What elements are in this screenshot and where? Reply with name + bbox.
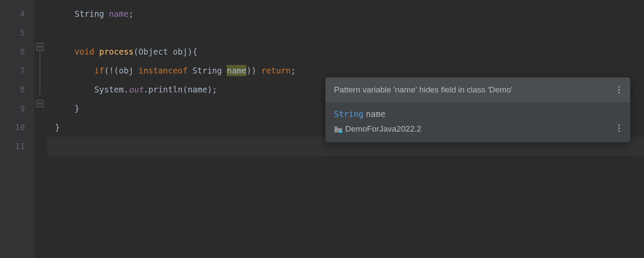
tooltip-header: Pattern variable 'name' hides field in c… bbox=[325, 77, 630, 102]
line-number[interactable]: 7 bbox=[0, 61, 34, 80]
type-token: String bbox=[192, 66, 222, 75]
line-number-gutter: 4 5 6 7 8 9 10 11 bbox=[0, 0, 34, 258]
more-actions-icon[interactable] bbox=[617, 123, 622, 134]
inspection-tooltip: Pattern variable 'name' hides field in c… bbox=[325, 77, 630, 142]
module-icon bbox=[334, 125, 343, 133]
line-number[interactable]: 5 bbox=[0, 23, 34, 42]
ident-token: obj bbox=[119, 66, 134, 75]
indent bbox=[55, 47, 75, 56]
declaration-type: String bbox=[334, 109, 364, 119]
punct-token: ; bbox=[129, 9, 134, 18]
method-call-token: println bbox=[148, 85, 182, 94]
field-token: name bbox=[109, 9, 129, 18]
punct-token: ( bbox=[134, 47, 138, 56]
method-token: process bbox=[99, 47, 134, 56]
type-token: Object bbox=[139, 47, 168, 56]
arg-token: name bbox=[188, 85, 207, 94]
code-line[interactable] bbox=[47, 23, 644, 42]
module-reference[interactable]: DemoForJava2022.2 bbox=[334, 124, 622, 134]
svg-rect-0 bbox=[339, 130, 342, 133]
fold-toggle-close-icon[interactable] bbox=[36, 100, 44, 108]
fold-guide bbox=[39, 52, 40, 95]
fold-toggle-open-icon[interactable] bbox=[36, 43, 44, 51]
keyword-token: if bbox=[94, 66, 104, 75]
indent bbox=[55, 85, 94, 94]
code-line[interactable]: void process(Object obj){ bbox=[47, 42, 644, 61]
indent bbox=[55, 9, 75, 18]
warning-message: Pattern variable 'name' hides field in c… bbox=[334, 85, 513, 95]
brace-token: } bbox=[75, 104, 79, 113]
punct-token: (!( bbox=[104, 66, 118, 75]
indent bbox=[55, 104, 75, 113]
line-number[interactable]: 6 bbox=[0, 42, 34, 61]
static-field-token: out bbox=[129, 85, 143, 94]
declaration-line: String name bbox=[334, 109, 622, 119]
line-number[interactable]: 10 bbox=[0, 118, 34, 137]
code-line[interactable]: String name; bbox=[47, 4, 644, 23]
line-number[interactable]: 11 bbox=[0, 137, 34, 156]
type-token: String bbox=[75, 9, 104, 18]
fold-gutter bbox=[34, 0, 47, 258]
line-number[interactable]: 9 bbox=[0, 99, 34, 118]
keyword-token: instanceof bbox=[139, 66, 188, 75]
module-name: DemoForJava2022.2 bbox=[345, 124, 421, 134]
highlighted-variable[interactable]: name bbox=[227, 65, 246, 76]
tooltip-body: String name DemoForJava2022.2 bbox=[325, 102, 630, 142]
class-token: System bbox=[94, 85, 124, 94]
line-number[interactable]: 4 bbox=[0, 4, 34, 23]
keyword-token: return bbox=[261, 66, 291, 75]
punct-token: ){ bbox=[188, 47, 197, 56]
keyword-token: void bbox=[75, 47, 94, 56]
line-number[interactable]: 8 bbox=[0, 80, 34, 99]
indent bbox=[55, 66, 94, 75]
punct-token: ; bbox=[291, 66, 295, 75]
brace-token: } bbox=[55, 123, 60, 132]
more-actions-icon[interactable] bbox=[617, 84, 622, 95]
declaration-name: name bbox=[366, 109, 386, 119]
punct-token: )) bbox=[246, 66, 256, 75]
param-token: obj bbox=[173, 47, 188, 56]
